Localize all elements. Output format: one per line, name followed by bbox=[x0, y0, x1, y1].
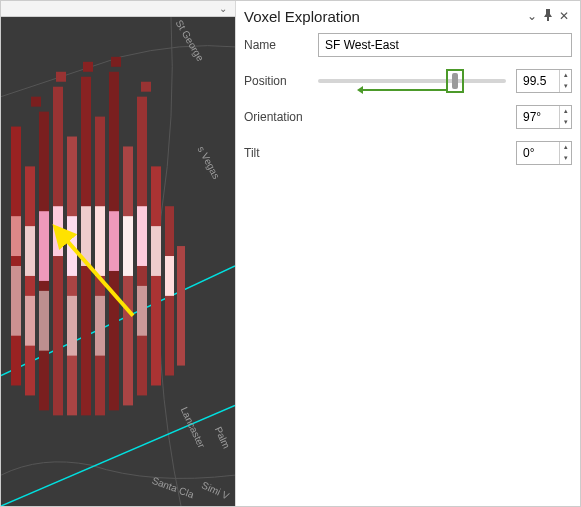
svg-rect-35 bbox=[56, 72, 66, 82]
svg-rect-11 bbox=[39, 291, 49, 351]
tilt-spinner[interactable]: 0° ▴ ▾ bbox=[516, 141, 572, 165]
svg-rect-30 bbox=[151, 226, 161, 276]
close-icon[interactable]: ✕ bbox=[556, 9, 572, 23]
voxel-3d-view[interactable]: St George s Vegas Lancaster Palm Santa C… bbox=[1, 17, 235, 506]
svg-rect-7 bbox=[25, 226, 35, 276]
svg-rect-32 bbox=[165, 256, 174, 296]
svg-rect-33 bbox=[177, 246, 185, 366]
position-value: 99.5 bbox=[523, 74, 546, 88]
position-label: Position bbox=[244, 74, 318, 88]
chevron-down-icon[interactable]: ⌄ bbox=[219, 3, 227, 14]
svg-rect-13 bbox=[53, 206, 63, 256]
svg-rect-20 bbox=[95, 206, 105, 276]
svg-rect-10 bbox=[39, 211, 49, 281]
svg-rect-25 bbox=[123, 216, 133, 276]
spinner-down-icon[interactable]: ▾ bbox=[560, 117, 571, 128]
svg-rect-28 bbox=[137, 286, 147, 336]
name-input[interactable] bbox=[318, 33, 572, 57]
name-label: Name bbox=[244, 38, 318, 52]
voxel-exploration-panel: Voxel Exploration ⌄ ✕ Name Position 99.5 bbox=[235, 1, 580, 506]
tilt-value: 0° bbox=[523, 146, 534, 160]
position-slider-thumb[interactable] bbox=[452, 73, 458, 89]
tilt-label: Tilt bbox=[244, 146, 318, 160]
svg-rect-4 bbox=[11, 216, 21, 256]
svg-rect-38 bbox=[141, 82, 151, 92]
pin-icon[interactable] bbox=[540, 9, 556, 24]
svg-rect-8 bbox=[25, 296, 35, 346]
svg-rect-6 bbox=[25, 166, 35, 395]
svg-rect-21 bbox=[95, 296, 105, 356]
position-spinner[interactable]: 99.5 ▴ ▾ bbox=[516, 69, 572, 93]
svg-rect-36 bbox=[83, 62, 93, 72]
scene-view[interactable]: ⌄ bbox=[1, 1, 235, 506]
svg-rect-23 bbox=[109, 211, 119, 271]
orientation-value: 97° bbox=[523, 110, 541, 124]
svg-rect-16 bbox=[67, 296, 77, 356]
orientation-label: Orientation bbox=[244, 110, 318, 124]
spinner-up-icon[interactable]: ▴ bbox=[560, 70, 571, 81]
svg-rect-34 bbox=[31, 97, 41, 107]
slider-direction-arrow-icon bbox=[359, 89, 445, 91]
spinner-up-icon[interactable]: ▴ bbox=[560, 106, 571, 117]
orientation-spinner[interactable]: 97° ▴ ▾ bbox=[516, 105, 572, 129]
scene-header: ⌄ bbox=[1, 1, 235, 17]
spinner-down-icon[interactable]: ▾ bbox=[560, 153, 571, 164]
spinner-up-icon[interactable]: ▴ bbox=[560, 142, 571, 153]
chevron-down-icon[interactable]: ⌄ bbox=[524, 9, 540, 23]
spinner-down-icon[interactable]: ▾ bbox=[560, 81, 571, 92]
svg-rect-37 bbox=[111, 57, 121, 67]
panel-title: Voxel Exploration bbox=[244, 8, 524, 25]
svg-rect-27 bbox=[137, 206, 147, 266]
svg-rect-5 bbox=[11, 266, 21, 336]
position-slider[interactable] bbox=[318, 79, 506, 83]
